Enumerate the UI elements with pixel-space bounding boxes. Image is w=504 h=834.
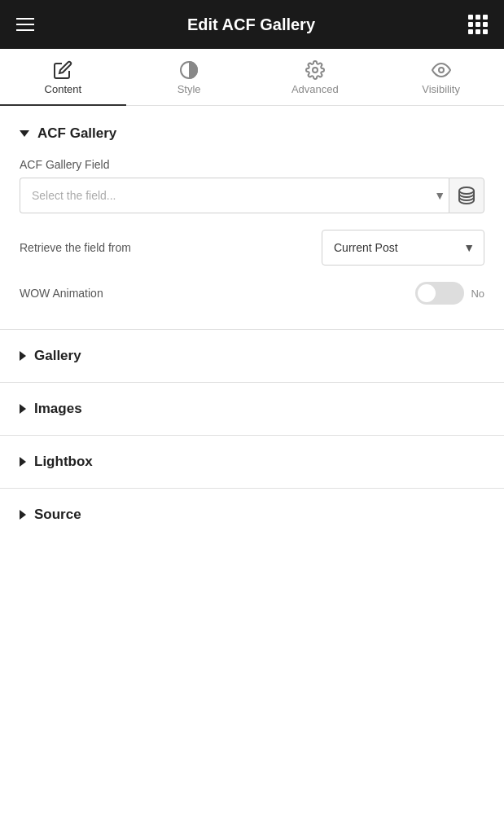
retrieve-field-label: Retrieve the field from xyxy=(20,241,131,254)
lightbox-section-title: Lightbox xyxy=(34,454,93,470)
acf-gallery-section-body: ACF Gallery Field Select the field... ▼ xyxy=(20,142,484,305)
app-header: Edit ACF Gallery xyxy=(0,0,504,49)
svg-point-2 xyxy=(439,68,444,72)
tab-content[interactable]: Content xyxy=(0,49,126,105)
gallery-section-header[interactable]: Gallery xyxy=(20,348,484,364)
images-section-title: Images xyxy=(34,401,82,417)
tab-visibility[interactable]: Visibility xyxy=(378,49,504,105)
page-title: Edit ACF Gallery xyxy=(187,15,315,34)
acf-gallery-section-header[interactable]: ACF Gallery xyxy=(20,125,484,142)
tab-style[interactable]: Style xyxy=(126,49,252,105)
wow-toggle-wrapper: No xyxy=(415,282,484,305)
retrieve-select[interactable]: Current Post Custom Post xyxy=(322,230,484,266)
acf-field-select[interactable]: Select the field... xyxy=(20,178,449,213)
retrieve-field-row: Retrieve the field from Current Post Cus… xyxy=(20,230,484,266)
gallery-section-title: Gallery xyxy=(34,348,81,364)
settings-icon xyxy=(305,60,325,80)
expand-arrow-icon-3 xyxy=(20,457,26,467)
grid-apps-icon[interactable] xyxy=(468,15,488,34)
expand-arrow-icon xyxy=(20,351,26,361)
tab-bar: Content Style Advanced Visibility xyxy=(0,49,504,106)
gallery-section[interactable]: Gallery xyxy=(0,330,504,382)
main-content: ACF Gallery ACF Gallery Field Select the… xyxy=(0,106,504,541)
svg-point-1 xyxy=(313,68,318,72)
expand-arrow-icon-2 xyxy=(20,404,26,414)
source-section-header[interactable]: Source xyxy=(20,507,484,523)
wow-toggle-slider xyxy=(415,282,464,305)
expand-arrow-icon-4 xyxy=(20,510,26,520)
visibility-icon xyxy=(432,60,451,80)
acf-gallery-field-group: ACF Gallery Field Select the field... ▼ xyxy=(20,158,484,213)
wow-animation-label: WOW Animation xyxy=(20,287,103,300)
tab-advanced[interactable]: Advanced xyxy=(252,49,379,105)
tab-content-label: Content xyxy=(45,83,82,95)
tab-visibility-label: Visibility xyxy=(422,83,460,95)
svg-point-3 xyxy=(459,187,474,194)
acf-field-select-wrapper: Select the field... ▼ xyxy=(20,178,484,213)
tab-advanced-label: Advanced xyxy=(291,83,339,95)
menu-icon[interactable] xyxy=(16,18,34,31)
acf-gallery-section-title: ACF Gallery xyxy=(37,125,116,142)
wow-animation-row: WOW Animation No xyxy=(20,282,484,305)
wow-toggle[interactable] xyxy=(415,282,464,305)
lightbox-section[interactable]: Lightbox xyxy=(0,436,504,488)
pencil-icon xyxy=(53,60,72,80)
database-icon-button[interactable] xyxy=(449,178,484,213)
collapse-arrow-icon xyxy=(20,130,29,137)
source-section[interactable]: Source xyxy=(0,489,504,541)
images-section[interactable]: Images xyxy=(0,383,504,435)
tab-style-label: Style xyxy=(177,83,201,95)
acf-gallery-field-label: ACF Gallery Field xyxy=(20,158,484,171)
retrieve-select-wrapper: Current Post Custom Post ▼ xyxy=(322,230,484,266)
source-section-title: Source xyxy=(34,507,81,523)
wow-toggle-value: No xyxy=(471,288,484,300)
images-section-header[interactable]: Images xyxy=(20,401,484,417)
database-icon xyxy=(458,187,475,204)
acf-gallery-section: ACF Gallery ACF Gallery Field Select the… xyxy=(0,106,504,329)
lightbox-section-header[interactable]: Lightbox xyxy=(20,454,484,470)
style-icon xyxy=(179,60,199,80)
